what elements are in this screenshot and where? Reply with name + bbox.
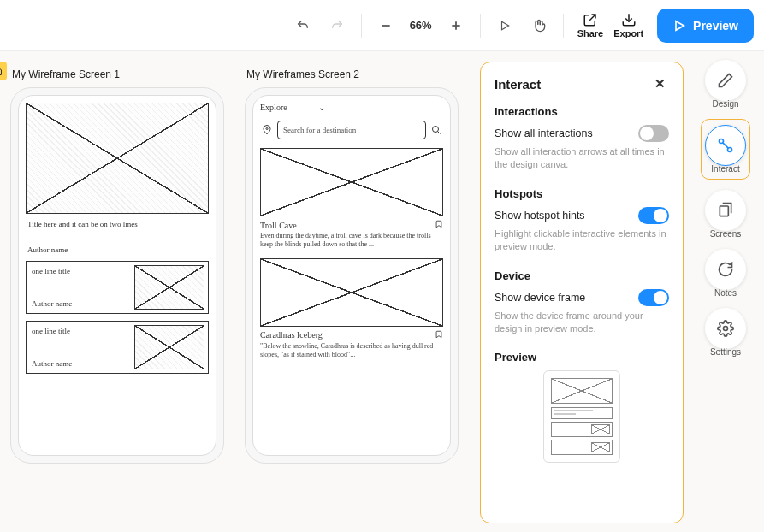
chevron-down-icon[interactable]: ⌄ [318,103,325,112]
nav-settings[interactable]: Settings [705,308,746,357]
destination-image-placeholder [260,148,443,216]
destination-card[interactable]: Caradhras Iceberg "Below the snowline, C… [260,258,443,360]
toggle-label: Show device frame [495,292,585,304]
zoom-group: 66% [372,12,470,39]
share-label: Share [577,28,604,38]
interact-panel: Interact ✕ Interactions Show all interac… [480,62,684,523]
play-mode-button[interactable] [491,12,518,39]
list-item-author: Author name [32,299,127,308]
svg-point-11 [724,327,728,331]
home-screen-tag[interactable] [0,62,7,80]
top-toolbar: 66% Share Export Preview [0,0,764,51]
list-item[interactable]: one line title Author name [26,261,209,314]
bookmark-icon[interactable] [435,330,443,340]
screen-2[interactable]: My Wireframes Screen 2 Explore ⌄ Search … [245,68,459,464]
mode-group [491,12,553,39]
destination-title: Troll Cave [260,221,297,230]
toggle-label: Show hotspot hints [495,210,585,222]
svg-point-8 [720,139,724,144]
screen-title[interactable]: My Wireframe Screen 1 [12,68,224,80]
preview-heading: Preview [495,351,669,364]
help-text: Highlight clickable interactive elements… [495,228,669,254]
thumbnail-placeholder [134,325,204,369]
zoom-level[interactable]: 66% [406,19,435,32]
destination-card[interactable]: Troll Cave Even during the daytime, a tr… [260,148,443,250]
hero-author[interactable]: Author name [27,245,207,254]
preview-thumbnail[interactable] [543,370,620,463]
svg-marker-4 [676,21,684,30]
show-device-frame-toggle[interactable] [638,289,669,306]
help-text: Show the device frame around your design… [495,310,669,336]
export-button[interactable]: Export [610,12,647,38]
destination-desc: "Below the snowline, Caradhras is descri… [260,342,443,360]
hero-image-placeholder[interactable] [26,103,209,214]
screen-title[interactable]: My Wireframes Screen 2 [246,68,459,80]
panel-title: Interact [495,77,541,92]
destination-desc: Even during the daytime, a troll cave is… [260,232,443,250]
toggle-label: Show all interactions [495,127,593,139]
svg-point-9 [728,148,732,152]
location-icon[interactable] [260,123,274,137]
list-item-title: one line title [32,327,127,335]
screen-content[interactable]: Explore ⌄ Search for a destination Troll… [252,95,451,456]
svg-point-6 [433,127,439,133]
destination-title: Caradhras Iceberg [260,330,323,340]
undo-button[interactable] [289,12,317,39]
nav-design[interactable]: Design [705,60,746,109]
svg-line-7 [438,132,441,134]
export-label: Export [613,28,643,38]
search-icon[interactable] [429,123,443,137]
list-item[interactable]: one line title Author name [26,321,209,374]
destination-image-placeholder [260,258,443,327]
search-input[interactable]: Search for a destination [277,121,426,139]
redo-button[interactable] [323,12,351,39]
device-frame: Explore ⌄ Search for a destination Troll… [245,87,459,464]
show-interactions-toggle[interactable] [638,125,669,142]
section-heading: Interactions [495,105,669,118]
zoom-out-button[interactable] [372,12,400,39]
history-group [289,12,351,39]
nav-screens[interactable]: Screens [705,190,746,239]
svg-rect-10 [720,206,728,216]
preview-button[interactable]: Preview [657,9,754,43]
share-button[interactable]: Share [574,12,607,38]
thumbnail-placeholder [134,265,204,310]
side-navigation: Design Interact Screens Notes Settings [694,60,757,357]
section-heading: Device [495,269,669,282]
close-button[interactable]: ✕ [650,74,669,93]
explore-label[interactable]: Explore [260,103,287,112]
nav-notes[interactable]: Notes [705,249,746,298]
list-item-title: one line title [32,267,127,275]
screen-1[interactable]: My Wireframe Screen 1 Title here and it … [10,68,224,464]
zoom-in-button[interactable] [442,12,470,39]
device-frame: Title here and it can be on two lines Au… [10,87,224,464]
hero-title[interactable]: Title here and it can be on two lines [27,219,207,230]
preview-button-label: Preview [693,19,738,33]
list-item-author: Author name [32,359,127,368]
nav-interact[interactable]: Interact [701,119,750,180]
bookmark-icon[interactable] [435,220,443,230]
show-hotspots-toggle[interactable] [638,207,669,224]
screen-content[interactable]: Title here and it can be on two lines Au… [18,95,216,456]
svg-point-5 [266,128,268,130]
section-heading: Hotspots [495,187,669,200]
hand-mode-button[interactable] [525,12,553,39]
svg-marker-3 [501,21,508,29]
help-text: Show all interaction arrows at all times… [495,145,669,172]
